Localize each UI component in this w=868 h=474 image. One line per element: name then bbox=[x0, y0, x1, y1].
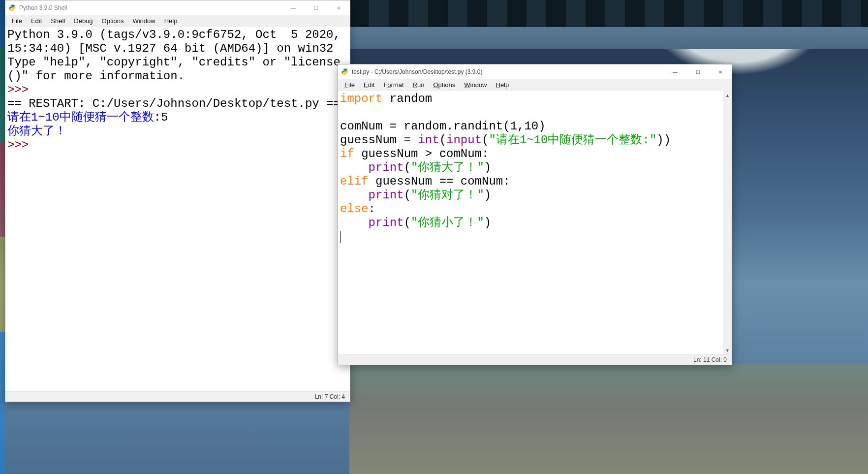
code-text: )) bbox=[656, 133, 671, 147]
python-editor-window[interactable]: test.py - C:/Users/Johnson/Desktop/test.… bbox=[338, 64, 732, 365]
shell-prompt: >>> bbox=[7, 138, 36, 152]
minimize-button[interactable]: — bbox=[282, 0, 305, 15]
banner-line: Python 3.9.0 (tags/v3.9.0:9cf6752, Oct 5… bbox=[7, 28, 341, 41]
code-string: "你猜大了！" bbox=[411, 161, 484, 174]
text-cursor bbox=[340, 231, 341, 243]
code-number: 1 bbox=[510, 120, 517, 133]
menu-file[interactable]: File bbox=[340, 81, 359, 89]
scroll-up-icon[interactable]: ▲ bbox=[723, 91, 732, 99]
code-text: comNum = random.randint( bbox=[340, 120, 510, 133]
editor-statusbar: Ln: 11 Col: 0 bbox=[338, 354, 732, 365]
code-number: 10 bbox=[524, 120, 538, 133]
python-shell-window[interactable]: Python 3.9.0 Shell — ☐ ✕ File Edit Shell… bbox=[5, 0, 350, 402]
banner-line: ()" for more information. bbox=[7, 69, 185, 83]
code-text: ( bbox=[439, 133, 446, 147]
shell-window-controls: — ☐ ✕ bbox=[282, 0, 350, 15]
menu-edit[interactable]: Edit bbox=[359, 81, 379, 89]
editor-menubar: File Edit Format Run Options Window Help bbox=[338, 79, 732, 91]
code-text: ) bbox=[484, 161, 491, 174]
code-builtin: int bbox=[418, 133, 439, 147]
menu-window[interactable]: Window bbox=[128, 17, 159, 25]
shell-content-area: Python 3.9.0 (tags/v3.9.0:9cf6752, Oct 5… bbox=[5, 27, 350, 391]
code-keyword: import bbox=[340, 92, 382, 105]
code-text: ) bbox=[538, 120, 545, 133]
code-string: "请在1~10中随便猜一个整数:" bbox=[489, 133, 656, 147]
code-builtin: input bbox=[446, 133, 482, 147]
maximize-button[interactable]: ☐ bbox=[686, 64, 709, 79]
code-indent bbox=[340, 161, 369, 174]
stdout-line: 你猜大了！ bbox=[7, 125, 66, 138]
code-text: random bbox=[382, 92, 432, 105]
menu-options[interactable]: Options bbox=[97, 17, 128, 25]
editor-text[interactable]: import random comNum = random.randint(1,… bbox=[338, 91, 723, 354]
code-keyword: if bbox=[340, 147, 354, 160]
menu-options[interactable]: Options bbox=[429, 81, 460, 89]
shell-prompt: >>> bbox=[7, 83, 36, 96]
code-text: ( bbox=[482, 133, 489, 147]
code-builtin: print bbox=[369, 161, 404, 174]
stdin-user-input: 5 bbox=[161, 111, 168, 124]
menu-edit[interactable]: Edit bbox=[27, 17, 46, 25]
bg-strip bbox=[349, 0, 868, 27]
code-text: guessNum = bbox=[340, 133, 418, 147]
restart-line: == RESTART: C:/Users/Johnson/Desktop/tes… bbox=[7, 97, 341, 110]
banner-line: Type "help", "copyright", "credits" or "… bbox=[7, 56, 341, 69]
code-string: "你猜小了！" bbox=[411, 216, 484, 229]
editor-vertical-scrollbar[interactable]: ▲ ▼ bbox=[723, 91, 732, 354]
code-string: "你猜对了！" bbox=[411, 189, 484, 202]
code-text: , bbox=[517, 120, 524, 133]
shell-statusbar: Ln: 7 Col: 4 bbox=[5, 391, 350, 402]
python-icon bbox=[8, 4, 16, 12]
menu-help[interactable]: Help bbox=[492, 81, 514, 89]
code-builtin: print bbox=[369, 216, 404, 229]
close-button[interactable]: ✕ bbox=[709, 64, 732, 79]
menu-file[interactable]: File bbox=[7, 17, 27, 25]
code-indent bbox=[340, 216, 369, 229]
code-keyword: else bbox=[340, 202, 369, 216]
code-indent bbox=[340, 189, 369, 202]
menu-debug[interactable]: Debug bbox=[69, 17, 97, 25]
code-text: ( bbox=[404, 161, 411, 174]
menu-run[interactable]: Run bbox=[408, 81, 429, 89]
editor-cursor-position: Ln: 11 Col: 0 bbox=[693, 356, 727, 363]
minimize-button[interactable]: — bbox=[664, 64, 686, 79]
stdin-prompt-text: 请在1~10中随便猜一个整数: bbox=[7, 111, 161, 124]
editor-titlebar[interactable]: test.py - C:/Users/Johnson/Desktop/test.… bbox=[338, 64, 732, 79]
maximize-button[interactable]: ☐ bbox=[305, 0, 327, 15]
bg-strip bbox=[349, 27, 868, 49]
editor-title: test.py - C:/Users/Johnson/Desktop/test.… bbox=[352, 68, 664, 75]
bg-detail bbox=[349, 364, 868, 474]
menu-window[interactable]: Window bbox=[460, 81, 491, 89]
code-text: ( bbox=[404, 216, 411, 229]
banner-line: 15:34:40) [MSC v.1927 64 bit (AMD64)] on… bbox=[7, 42, 334, 55]
code-text: ) bbox=[484, 189, 491, 202]
python-icon bbox=[341, 68, 349, 76]
shell-cursor-position: Ln: 7 Col: 4 bbox=[315, 393, 345, 400]
menu-help[interactable]: Help bbox=[160, 17, 182, 25]
code-text: ) bbox=[484, 216, 491, 229]
code-text: : bbox=[369, 202, 375, 216]
bg-sidebar-hint bbox=[0, 0, 5, 474]
close-button[interactable]: ✕ bbox=[327, 0, 350, 15]
shell-text[interactable]: Python 3.9.0 (tags/v3.9.0:9cf6752, Oct 5… bbox=[5, 27, 350, 391]
editor-content-area: import random comNum = random.randint(1,… bbox=[338, 91, 732, 354]
shell-title: Python 3.9.0 Shell bbox=[19, 4, 282, 11]
editor-window-controls: — ☐ ✕ bbox=[664, 64, 732, 79]
menu-shell[interactable]: Shell bbox=[46, 17, 69, 25]
code-builtin: print bbox=[369, 189, 404, 202]
scroll-down-icon[interactable]: ▼ bbox=[723, 346, 732, 354]
code-text: guessNum > comNum: bbox=[354, 147, 489, 160]
shell-menubar: File Edit Shell Debug Options Window Hel… bbox=[5, 15, 350, 27]
code-keyword: elif bbox=[340, 175, 369, 188]
menu-format[interactable]: Format bbox=[379, 81, 408, 89]
code-text: ( bbox=[404, 189, 411, 202]
code-text: guessNum == comNum: bbox=[369, 175, 510, 188]
shell-titlebar[interactable]: Python 3.9.0 Shell — ☐ ✕ bbox=[5, 0, 350, 15]
